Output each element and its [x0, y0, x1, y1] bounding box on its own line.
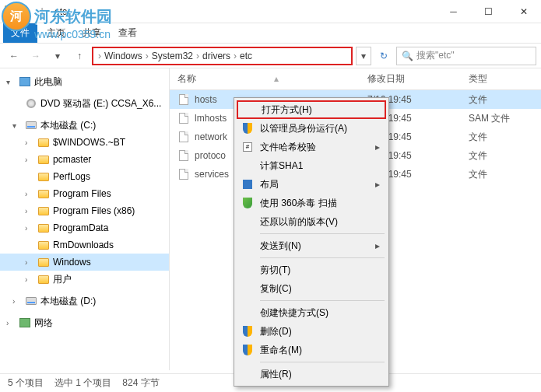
tree-disk-d[interactable]: ›本地磁盘 (D:) [0, 292, 169, 310]
menu-hash[interactable]: # 文件哈希校验 ▸ [237, 138, 386, 156]
tab-home[interactable]: 主页 [39, 23, 73, 43]
file-icon [177, 112, 190, 124]
tree-disk-c[interactable]: ▾本地磁盘 (C:) [0, 117, 169, 134]
shield-icon [241, 325, 254, 338]
address-dropdown[interactable]: ▾ [356, 47, 371, 65]
menu-send-to[interactable]: 发送到(N) ▸ [237, 236, 386, 255]
tab-share[interactable]: 共享 [75, 23, 109, 43]
maximize-button[interactable]: ☐ [471, 1, 506, 23]
crumb-etc[interactable]: etc [238, 51, 254, 61]
tree-folder[interactable]: ›$WINDOWS.~BT [0, 134, 169, 151]
search-input[interactable]: 🔍 搜索"etc" [396, 47, 536, 65]
file-icon [177, 93, 190, 106]
menu-delete[interactable]: 删除(D) [237, 322, 386, 341]
search-placeholder: 搜索"etc" [416, 49, 455, 62]
hash-icon: # [241, 141, 254, 153]
navigation-tree[interactable]: ▾此电脑 DVD 驱动器 (E:) CCSA_X6... ▾本地磁盘 (C:) … [0, 68, 170, 370]
back-button[interactable]: ← [5, 47, 23, 65]
shield-icon [241, 122, 254, 135]
sort-arrow-icon: ▴ [274, 73, 279, 84]
shield-icon [241, 344, 254, 356]
window-title: etc [48, 6, 67, 17]
menu-cut[interactable]: 剪切(T) [237, 261, 386, 279]
menu-separator [260, 257, 385, 258]
tree-dvd[interactable]: DVD 驱动器 (E:) CCSA_X6... [0, 95, 169, 112]
tree-folder[interactable]: ›用户 [0, 271, 169, 288]
menu-shortcut[interactable]: 创建快捷方式(S) [237, 303, 386, 322]
status-size: 824 字节 [122, 376, 159, 390]
tab-file[interactable]: 文件 [3, 23, 37, 43]
menu-properties[interactable]: 属性(R) [237, 365, 386, 383]
folder-icon [5, 5, 17, 18]
menu-separator [260, 362, 385, 362]
up-button[interactable]: ↑ [70, 47, 89, 65]
overflow-icon[interactable]: ▾ [20, 5, 33, 18]
menu-rename[interactable]: 重命名(M) [237, 341, 386, 359]
tree-folder[interactable]: ›Program Files [0, 185, 169, 202]
menu-separator [260, 233, 385, 234]
file-icon [177, 168, 190, 180]
tree-folder[interactable]: RmDownloads [0, 236, 169, 254]
file-icon [177, 131, 190, 143]
header-name[interactable]: 名称▴ [177, 72, 367, 86]
breadcrumb[interactable]: › Windows › System32 › drivers › etc [92, 47, 353, 65]
menu-open-with[interactable]: 打开方式(H) [237, 100, 386, 119]
menu-separator [260, 300, 385, 301]
tree-network[interactable]: ›网络 [0, 314, 169, 331]
divider-icon: | [36, 5, 48, 18]
context-menu: 打开方式(H) 以管理员身份运行(A) # 文件哈希校验 ▸ 计算SHA1 布局… [234, 97, 389, 387]
close-button[interactable]: ✕ [506, 1, 541, 23]
tree-folder[interactable]: ›ProgramData [0, 219, 169, 236]
crumb-system32[interactable]: System32 [150, 51, 195, 61]
chevron-right-icon: › [98, 51, 101, 61]
header-type[interactable]: 类型 [469, 72, 531, 86]
forward-button[interactable]: → [26, 47, 45, 65]
tree-folder[interactable]: ›pcmaster [0, 151, 169, 168]
shield-green-icon [241, 197, 254, 209]
history-dropdown[interactable]: ▾ [48, 47, 67, 65]
menu-restore[interactable]: 还原以前的版本(V) [237, 212, 386, 231]
ribbon-tabs: 文件 主页 共享 查看 [0, 23, 541, 44]
chevron-right-icon: ▸ [375, 142, 380, 152]
tree-folder-windows[interactable]: ›Windows [0, 254, 169, 271]
refresh-button[interactable]: ↻ [374, 47, 393, 65]
status-count: 5 个项目 [8, 376, 44, 390]
crumb-windows[interactable]: Windows [103, 51, 144, 61]
chevron-right-icon: ▸ [375, 240, 380, 251]
status-selected: 选中 1 个项目 [54, 376, 111, 390]
tab-view[interactable]: 查看 [111, 23, 145, 43]
column-headers: 名称▴ 修改日期 类型 [170, 68, 541, 90]
menu-layout[interactable]: 布局 ▸ [237, 175, 386, 194]
crumb-drivers[interactable]: drivers [201, 51, 232, 61]
tree-folder[interactable]: PerfLogs [0, 168, 169, 185]
tree-this-pc[interactable]: ▾此电脑 [0, 73, 169, 90]
file-icon [177, 149, 190, 162]
address-bar: ← → ▾ ↑ › Windows › System32 › drivers ›… [0, 44, 541, 68]
menu-run-as-admin[interactable]: 以管理员身份运行(A) [237, 119, 386, 138]
chevron-right-icon: ▸ [375, 179, 380, 190]
tree-folder[interactable]: ›Program Files (x86) [0, 202, 169, 219]
menu-copy[interactable]: 复制(C) [237, 279, 386, 298]
layout-icon [241, 178, 254, 191]
minimize-button[interactable]: ─ [436, 1, 471, 23]
titlebar: ▾ | etc ─ ☐ ✕ [0, 0, 541, 23]
menu-360scan[interactable]: 使用 360杀毒 扫描 [237, 194, 386, 212]
search-icon: 🔍 [402, 51, 413, 61]
menu-sha1[interactable]: 计算SHA1 [237, 156, 386, 175]
header-date[interactable]: 修改日期 [367, 72, 469, 86]
